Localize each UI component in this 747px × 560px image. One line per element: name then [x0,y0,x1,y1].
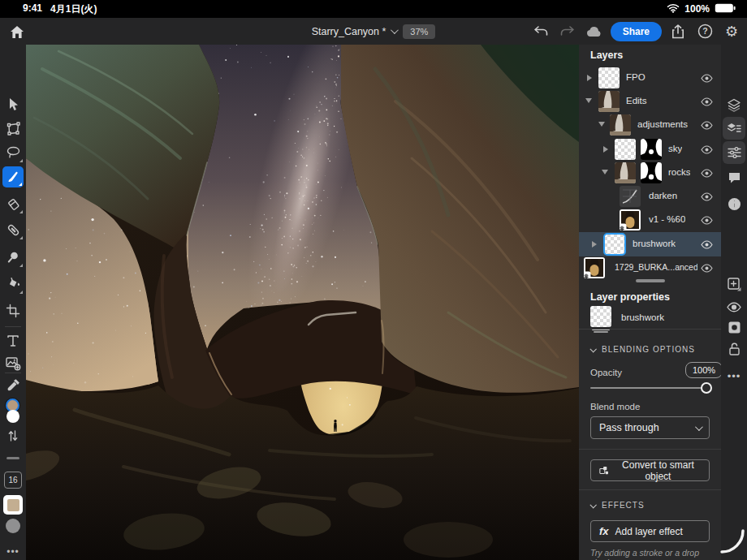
expander-icon[interactable] [598,122,605,127]
fill-bucket-tool[interactable] [0,273,26,295]
visibility-eye-icon[interactable] [699,95,714,108]
brush-size-field[interactable]: 16 [4,472,22,489]
document-title-text: Starry_Canyon * [312,26,386,37]
blend-mode-dropdown[interactable]: Pass through [590,416,710,439]
selected-layer-thumbnail [590,306,611,327]
expander-icon[interactable] [587,75,592,81]
expander-icon[interactable] [585,98,592,103]
comments-button[interactable] [721,166,747,189]
layer-row-fpo[interactable]: FPO [579,66,721,90]
layers-panel: Layers FPO Edits adjustments [579,45,721,560]
type-tool[interactable] [0,330,26,352]
visibility-eye-icon[interactable] [699,143,714,156]
chevron-down-icon [589,346,596,352]
layer-mask-thumbnail [641,162,662,183]
transform-tool[interactable] [0,117,26,140]
brush-tool[interactable] [2,166,24,187]
place-photo-tool[interactable] [0,351,26,374]
more-options-button[interactable]: ••• [721,364,747,387]
export-icon[interactable] [667,21,689,42]
layer-label: v1 - %60 [649,214,685,224]
layer-row-v1[interactable]: v1 - %60 [579,208,721,232]
layer-row-adjustments[interactable]: adjustments [579,113,721,137]
layer-row-edits[interactable]: Edits [579,89,721,114]
layer-label: rocks [668,167,690,177]
convert-to-smart-object-button[interactable]: Convert to smart object [590,459,710,481]
status-bar: 9:41 4月1日(火) 100% [0,0,747,18]
visibility-eye-icon[interactable] [699,261,714,274]
layer-properties-title: Layer properties [590,291,670,303]
brush-tip-preview[interactable] [3,495,23,515]
adjustments-sliders-button[interactable] [721,141,747,164]
visibility-eye-icon[interactable] [699,166,714,179]
layer-row-darken[interactable]: darken [579,184,721,209]
chevron-down-icon [391,26,399,34]
layer-visibility-button[interactable] [721,295,747,318]
smart-object-thumbnail [620,209,641,230]
more-tools-button[interactable]: ••• [0,546,26,558]
blend-mode-label: Blend mode [590,402,640,411]
settings-gear-icon[interactable]: ⚙ [721,21,742,42]
clone-loupe-tool[interactable] [0,246,26,269]
layers-compact-view-button[interactable] [721,93,747,116]
info-button[interactable] [721,192,747,215]
app-toolbar: Starry_Canyon * 37% Share ? ⚙ [0,18,747,45]
share-button[interactable]: Share [611,22,662,41]
blending-options-header[interactable]: BLENDING OPTIONS [590,345,695,354]
visibility-eye-icon[interactable] [699,71,714,84]
layer-row-rocks[interactable]: rocks [579,161,721,185]
layer-row-sky[interactable]: sky [579,137,721,162]
help-icon[interactable]: ? [694,21,715,42]
document-canvas[interactable] [26,45,579,560]
layer-label: sky [668,144,682,153]
visibility-eye-icon[interactable] [699,190,714,203]
crop-tool[interactable] [0,299,26,322]
redo-button[interactable] [557,21,578,42]
layers-panel-title: Layers [590,50,623,61]
layer-label: 1729_BURKA...anced-NR33 [615,262,697,272]
layer-mask-button[interactable] [721,316,747,338]
smart-object-icon [599,465,609,476]
expander-icon[interactable] [603,146,608,153]
expander-icon[interactable] [602,170,608,174]
layer-row-brushwork[interactable]: brushwork [579,232,721,256]
corner-gesture-indicator[interactable] [719,528,745,558]
add-layer-effect-button[interactable]: fx Add layer effect [590,520,710,542]
taskbar: ••• [721,45,747,560]
toolbar-drag-handle[interactable] [6,457,19,459]
layers-detail-view-button[interactable] [721,117,747,140]
eyedropper-tool[interactable] [0,374,26,397]
selected-layer-name: brushwork [621,312,664,322]
healing-brush-tool[interactable] [0,218,26,241]
lock-layer-button[interactable] [721,337,747,360]
lasso-select-tool[interactable] [0,141,26,164]
brush-opacity-dot[interactable] [6,519,20,533]
move-tool[interactable] [0,93,26,115]
background-color-chip[interactable] [6,410,19,423]
layer-label: adjustments [637,119,688,129]
layer-label: darken [649,191,677,200]
swap-colors-button[interactable] [0,424,26,447]
effects-header[interactable]: EFFECTS [590,501,645,510]
layer-thumbnail [598,91,620,112]
fx-icon: fx [599,525,609,537]
add-layer-button[interactable] [721,273,747,295]
undo-button[interactable] [530,21,551,42]
battery-icon [715,3,736,15]
visibility-eye-icon[interactable] [699,238,714,251]
document-title[interactable]: Starry_Canyon * [312,26,397,37]
eraser-tool[interactable] [0,192,26,215]
photoshop-ipad-app: 9:41 4月1日(火) 100% Starry_Canyon * 37% [0,0,747,560]
chevron-down-icon [589,502,596,508]
opacity-slider-handle[interactable] [701,382,712,394]
visibility-eye-icon[interactable] [699,213,714,226]
zoom-level-badge[interactable]: 37% [403,24,435,39]
opacity-slider-track[interactable] [590,387,710,389]
cloud-sync-icon[interactable] [584,21,605,42]
layer-row-1729[interactable]: 1729_BURKA...anced-NR33 [579,256,721,280]
effects-hint-text: Try adding a stroke or a drop shadow. [590,548,721,560]
opacity-value-field[interactable]: 100% [685,362,723,378]
panel-resize-handle[interactable] [636,279,665,282]
visibility-eye-icon[interactable] [699,118,714,131]
expander-icon[interactable] [592,241,597,248]
